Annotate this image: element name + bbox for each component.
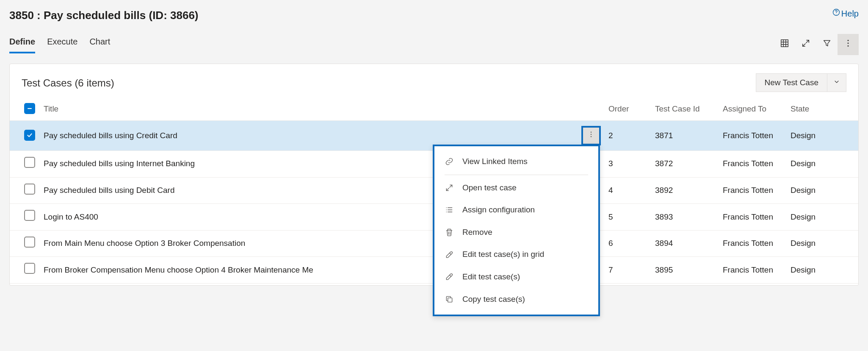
svg-point-13: [591, 131, 592, 132]
svg-point-21: [446, 208, 447, 209]
row-assigned: Francis Totten: [719, 150, 786, 177]
svg-line-26: [450, 253, 451, 254]
column-header-title[interactable]: Title: [39, 98, 578, 120]
row-order: 5: [604, 204, 651, 231]
panel-title: Test Cases (6 items): [22, 76, 114, 90]
page-title: 3850 : Pay scheduled bills (ID: 3866): [9, 8, 199, 23]
svg-line-17: [446, 188, 449, 191]
fullscreen-button[interactable]: [795, 34, 816, 55]
context-menu-item[interactable]: Copy test case(s): [434, 288, 598, 311]
row-checkbox[interactable]: [24, 210, 35, 221]
row-id: 3892: [651, 177, 719, 204]
svg-rect-28: [448, 298, 452, 302]
row-checkbox[interactable]: [24, 184, 35, 195]
context-menu-item[interactable]: Open test case: [434, 177, 598, 199]
column-header-state[interactable]: State: [786, 98, 858, 120]
row-order: 4: [604, 177, 651, 204]
svg-point-22: [446, 210, 447, 211]
row-id: 3893: [651, 204, 719, 231]
row-assigned: Francis Totten: [719, 257, 786, 284]
column-header-assigned[interactable]: Assigned To: [719, 98, 786, 120]
row-checkbox[interactable]: [24, 157, 35, 168]
row-id: 3894: [651, 230, 719, 257]
context-menu-item[interactable]: Assign configuration: [434, 199, 598, 221]
link-icon: [445, 157, 454, 166]
context-menu-separator: [445, 175, 588, 175]
trash-icon: [445, 228, 454, 237]
select-all-checkbox[interactable]: [24, 103, 35, 114]
new-test-case-button[interactable]: New Test Case: [756, 73, 827, 92]
grid-view-button[interactable]: [774, 34, 795, 55]
help-label: Help: [841, 8, 859, 20]
row-order: 3: [604, 150, 651, 177]
row-id: 3895: [651, 257, 719, 284]
column-header-id[interactable]: Test Case Id: [651, 98, 719, 120]
tab-chart[interactable]: Chart: [89, 36, 110, 53]
row-context-menu: View Linked ItemsOpen test caseAssign co…: [433, 145, 600, 316]
context-menu-label: View Linked Items: [462, 156, 528, 167]
svg-line-8: [803, 44, 805, 46]
context-menu-label: Remove: [462, 227, 492, 238]
list-icon: [445, 206, 454, 214]
help-link[interactable]: Help: [832, 8, 859, 20]
row-assigned: Francis Totten: [719, 177, 786, 204]
help-icon: [832, 8, 840, 20]
copy-icon: [445, 295, 454, 304]
svg-point-1: [836, 14, 836, 14]
context-menu-label: Open test case: [462, 182, 517, 194]
svg-point-14: [591, 134, 592, 134]
svg-point-23: [446, 212, 447, 213]
row-state: Design: [786, 230, 858, 257]
context-menu-label: Edit test case(s) in grid: [462, 249, 544, 260]
row-checkbox[interactable]: [24, 130, 35, 141]
tab-execute[interactable]: Execute: [47, 36, 77, 53]
pencil-icon: [445, 273, 454, 281]
row-checkbox[interactable]: [24, 237, 35, 248]
row-more-actions-button[interactable]: [582, 127, 600, 145]
row-order: 7: [604, 257, 651, 284]
row-assigned: Francis Totten: [719, 204, 786, 231]
svg-line-27: [450, 275, 451, 276]
row-state: Design: [786, 120, 858, 150]
column-header-order[interactable]: Order: [604, 98, 651, 120]
svg-line-16: [450, 185, 452, 187]
row-assigned: Francis Totten: [719, 120, 786, 150]
context-menu-item[interactable]: View Linked Items: [434, 150, 598, 173]
row-state: Design: [786, 204, 858, 231]
row-assigned: Francis Totten: [719, 230, 786, 257]
svg-point-10: [848, 42, 849, 44]
more-actions-button[interactable]: [838, 34, 859, 55]
filter-button[interactable]: [816, 34, 838, 55]
grid-icon: [780, 39, 789, 51]
context-menu-label: Assign configuration: [462, 204, 535, 216]
svg-rect-2: [781, 39, 788, 47]
row-state: Design: [786, 257, 858, 284]
context-menu-item[interactable]: Edit test case(s): [434, 266, 598, 288]
more-vertical-icon: [587, 130, 595, 142]
context-menu-item[interactable]: Edit test case(s) in grid: [434, 243, 598, 266]
chevron-down-icon: [833, 78, 840, 87]
context-menu-item[interactable]: Remove: [434, 221, 598, 244]
more-vertical-icon: [843, 39, 853, 51]
svg-point-11: [848, 45, 849, 47]
row-id: 3871: [651, 120, 719, 150]
new-test-case-dropdown[interactable]: [827, 73, 846, 92]
row-order: 2: [604, 120, 651, 150]
pencil-icon: [445, 251, 454, 259]
filter-icon: [822, 39, 832, 51]
expand-icon: [445, 184, 454, 192]
row-order: 6: [604, 230, 651, 257]
row-checkbox[interactable]: [24, 263, 35, 274]
svg-point-9: [848, 40, 849, 41]
context-menu-label: Copy test case(s): [462, 294, 525, 305]
svg-point-15: [591, 136, 592, 137]
svg-line-7: [806, 40, 809, 42]
row-state: Design: [786, 150, 858, 177]
row-state: Design: [786, 177, 858, 204]
row-id: 3872: [651, 150, 719, 177]
tabs: DefineExecuteChart: [9, 36, 110, 53]
tab-define[interactable]: Define: [9, 36, 35, 53]
expand-icon: [801, 39, 810, 51]
context-menu-label: Edit test case(s): [462, 271, 520, 283]
